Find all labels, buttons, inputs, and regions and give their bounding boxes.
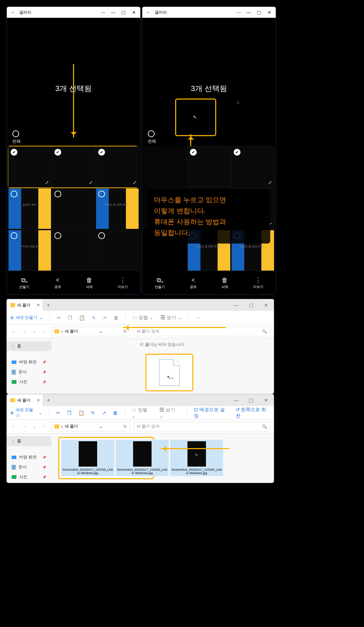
select-all[interactable]: 전체 <box>148 130 156 144</box>
maximize-button[interactable]: ▢ <box>118 10 129 15</box>
sidebar-item-pictures[interactable]: 사진📌 <box>7 472 51 482</box>
sidebar-item-home[interactable]: ⌂홈 <box>7 436 51 446</box>
delete-button[interactable]: 🗑삭제 <box>221 277 228 289</box>
new-button[interactable]: ⊕새로 만들기⌄ <box>10 315 43 321</box>
minimize-button[interactable]: — <box>108 10 118 15</box>
refresh-icon[interactable]: ↻ <box>124 424 127 429</box>
minimize-button[interactable]: — <box>244 10 254 15</box>
thumbnail[interactable]: 컴퓨터 확인 <box>8 188 51 229</box>
chevron-down-icon[interactable]: ⌄ <box>99 329 103 334</box>
check-icon[interactable] <box>98 191 105 197</box>
more-button[interactable]: ⋮더보기 <box>118 276 128 289</box>
cut-icon[interactable]: ✂ <box>57 315 61 321</box>
up-icon[interactable]: ↑ <box>41 424 48 429</box>
copy-icon[interactable]: ❐ <box>68 315 72 321</box>
breadcrumb[interactable]: 새 폴더 <box>65 328 78 334</box>
more-icon[interactable]: ⋯ <box>98 10 108 15</box>
create-button[interactable]: ⧉₊만들기 <box>19 277 29 289</box>
set-background-button[interactable]: ⊡ 배경으로 설정 <box>194 407 229 419</box>
thumbnail[interactable] <box>187 146 231 187</box>
forward-icon[interactable]: → <box>21 424 27 429</box>
rotate-button[interactable]: ↺ 왼쪽으로 회전 <box>236 407 271 419</box>
tab[interactable]: 새 폴더✕ <box>7 394 43 406</box>
check-icon[interactable]: ✔ <box>11 149 17 156</box>
address-bar[interactable]: ›새 폴더⌄↻ <box>51 422 130 431</box>
thumbnail[interactable] <box>52 230 95 271</box>
select-all[interactable]: 전체 <box>12 130 21 144</box>
maximize-button[interactable]: ▢ <box>254 10 264 15</box>
thumbnail[interactable]: ✔⤢ <box>8 146 51 187</box>
file-item[interactable]: ↖Screenshot_20230417_143304_Link to Wind… <box>170 440 223 476</box>
file-item[interactable]: Screenshot_20230417_133758_Link to Windo… <box>61 440 114 476</box>
sort-button[interactable]: ↑↓ 정렬 ⌄ <box>132 407 152 419</box>
back-arrow-icon[interactable]: ← <box>8 10 18 15</box>
expand-icon[interactable]: ⤢ <box>133 180 136 185</box>
select-all-checkbox[interactable] <box>12 130 19 137</box>
file-item[interactable]: Screenshot_20230417_134359_Link to Windo… <box>116 440 169 476</box>
thumbnail[interactable]: 다음은 앱 관련 허용… <box>96 188 139 229</box>
sidebar-item-desktop[interactable]: 바탕 화면📌 <box>7 357 51 367</box>
sidebar-item-documents[interactable]: 문서📌 <box>7 367 51 377</box>
thumbnail[interactable] <box>52 188 95 229</box>
view-button[interactable]: ☰ 보기 ⌄ <box>159 407 180 419</box>
forward-icon[interactable]: → <box>21 329 27 334</box>
share-button[interactable]: <공유 <box>190 277 197 289</box>
thumbnail[interactable]: ✔⤢ <box>96 146 139 187</box>
maximize-button[interactable]: ▢ <box>244 302 259 308</box>
close-button[interactable]: ✕ <box>259 397 274 403</box>
up-icon[interactable]: ↑ <box>41 329 48 334</box>
tab[interactable]: 새 폴더✕ <box>7 299 43 311</box>
sort-button[interactable]: ↑↓ 정렬 ⌄ <box>132 315 154 321</box>
paste-icon[interactable]: 📋 <box>78 410 84 416</box>
sidebar-item-desktop[interactable]: 바탕 화면📌 <box>7 452 51 462</box>
address-bar[interactable]: ›새 폴더⌄↻ <box>51 327 130 336</box>
close-tab-icon[interactable]: ✕ <box>37 398 40 403</box>
check-icon[interactable]: ✔ <box>98 149 105 156</box>
close-button[interactable]: ✕ <box>129 10 139 15</box>
check-icon[interactable] <box>54 191 61 197</box>
chevron-down-icon[interactable]: ⌄ <box>31 424 38 429</box>
sidebar-item-home[interactable]: ⌂홈 <box>7 341 51 351</box>
check-icon[interactable]: ✔ <box>54 149 61 156</box>
trash-icon[interactable]: 🗑 <box>113 410 118 416</box>
check-icon[interactable] <box>11 191 17 197</box>
more-icon[interactable]: ⋯ <box>233 10 244 15</box>
maximize-button[interactable]: ▢ <box>244 397 259 403</box>
cut-icon[interactable]: ✂ <box>56 410 60 416</box>
content-area[interactable]: 이 폴더는 비어 있습니다. ↖₊ <box>51 338 274 394</box>
share-icon[interactable]: ↗ <box>103 315 107 321</box>
search-input[interactable]: 새 폴더 검색🔍 <box>133 422 270 431</box>
rename-icon[interactable]: ✎ <box>91 410 95 416</box>
share-icon[interactable]: ↗ <box>102 410 106 416</box>
overflow-icon[interactable]: ⋯ <box>196 315 200 321</box>
thumbnail[interactable] <box>96 230 139 271</box>
sidebar-item-documents[interactable]: 문서📌 <box>7 462 51 472</box>
close-button[interactable]: ✕ <box>264 10 274 15</box>
back-icon[interactable]: ← <box>10 424 17 429</box>
create-button[interactable]: ⧉₊만들기 <box>155 277 165 289</box>
check-icon[interactable] <box>98 232 105 239</box>
expand-icon[interactable]: ⤢ <box>45 180 49 185</box>
back-icon[interactable]: ← <box>10 329 17 334</box>
view-button[interactable]: ☰ 보기 ⌄ <box>160 315 182 321</box>
trash-icon[interactable]: 🗑 <box>114 315 118 321</box>
chevron-down-icon[interactable]: ⌄ <box>99 424 103 429</box>
select-all-checkbox[interactable] <box>148 130 155 137</box>
close-tab-icon[interactable]: ✕ <box>37 303 40 308</box>
new-tab-button[interactable]: + <box>43 302 53 308</box>
check-icon[interactable] <box>11 232 17 239</box>
more-button[interactable]: ⋮더보기 <box>253 276 263 289</box>
paste-icon[interactable]: 📋 <box>79 315 85 321</box>
close-button[interactable]: ✕ <box>259 302 274 308</box>
minimize-button[interactable]: — <box>229 302 244 308</box>
thumbnail[interactable] <box>144 146 187 187</box>
share-button[interactable]: <공유 <box>54 277 61 289</box>
rename-icon[interactable]: ✎ <box>92 315 96 321</box>
expand-icon[interactable]: ⤢ <box>89 180 93 185</box>
copy-icon[interactable]: ❐ <box>67 410 72 416</box>
breadcrumb[interactable]: 새 폴더 <box>65 423 78 429</box>
back-arrow-icon[interactable]: ← <box>144 10 153 15</box>
thumbnail[interactable] <box>231 146 274 187</box>
new-tab-button[interactable]: + <box>43 397 53 403</box>
content-area[interactable]: Screenshot_20230417_133758_Link to Windo… <box>51 433 274 483</box>
